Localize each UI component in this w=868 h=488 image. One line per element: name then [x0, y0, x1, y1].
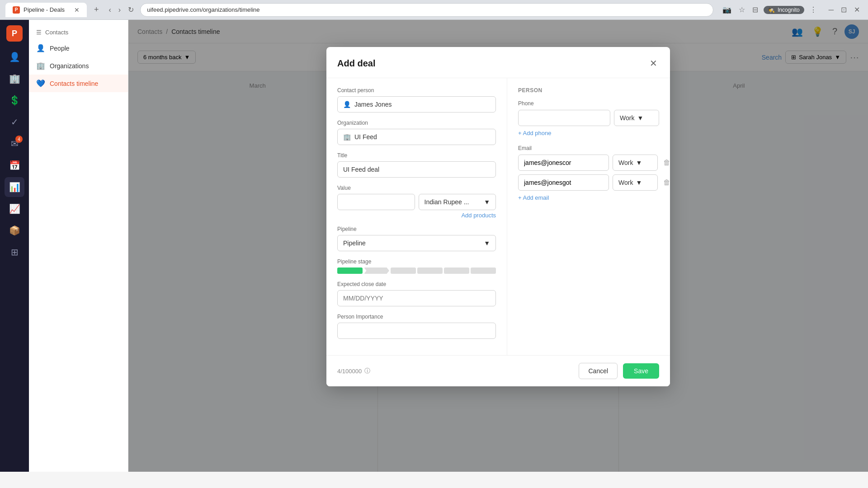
title-group: Title	[337, 152, 496, 178]
calendar-icon: 📅	[9, 160, 20, 171]
save-button[interactable]: Save	[623, 363, 659, 379]
tab-close-icon[interactable]: ✕	[74, 6, 80, 14]
close-date-input[interactable]	[337, 290, 496, 306]
char-count-value: 4/100000	[337, 368, 362, 375]
char-count: 4/100000 ⓘ	[337, 367, 370, 375]
stage-4[interactable]	[417, 267, 443, 274]
contact-person-input[interactable]	[354, 101, 490, 108]
stage-6[interactable]	[471, 267, 496, 274]
email-label: Email	[518, 144, 659, 152]
add-email-link[interactable]: + Add email	[518, 194, 659, 201]
person-icon: 👤	[343, 101, 351, 108]
title-input[interactable]	[337, 161, 496, 178]
email-row-1: Work ▼ 🗑	[518, 155, 659, 171]
timeline-nav-label: Contacts timeline	[50, 80, 98, 87]
browser-tab[interactable]: P Pipeline - Deals ✕	[5, 3, 87, 17]
value-input[interactable]	[337, 194, 415, 210]
organizations-icon: 🏢	[9, 73, 20, 84]
camera-icon[interactable]: 📷	[721, 4, 733, 16]
bookmark-icon[interactable]: ☆	[737, 4, 747, 16]
minimize-button[interactable]: ─	[826, 5, 836, 14]
organization-label: Organization	[337, 120, 496, 126]
pipeline-stage-group: Pipeline stage	[337, 258, 496, 274]
modal-header: Add deal ✕	[326, 47, 670, 78]
pipeline-stages	[337, 267, 496, 274]
email-1-type-label: Work	[618, 159, 633, 166]
add-phone-link[interactable]: + Add phone	[518, 130, 659, 136]
email-1-type-select[interactable]: Work ▼	[613, 155, 658, 171]
mail-badge: 4	[15, 136, 23, 143]
incognito-badge: 🕵 Incognito	[764, 6, 804, 14]
forward-button[interactable]: ›	[116, 4, 123, 16]
app-logo[interactable]: P	[6, 25, 23, 42]
split-view-icon[interactable]: ⊟	[750, 4, 760, 16]
currency-select[interactable]: Indian Rupee ... ▼	[419, 194, 496, 210]
left-nav: ☰ Contacts 👤 People 🏢 Organizations 💙 Co…	[29, 20, 128, 472]
url-text: uifeed.pipedrive.com/organizations/timel…	[147, 6, 259, 13]
new-tab-button[interactable]: +	[90, 5, 103, 14]
email-1-delete-button[interactable]: 🗑	[661, 157, 670, 169]
sidebar-item-contacts[interactable]: 👤	[5, 47, 24, 67]
person-importance-input[interactable]	[337, 323, 496, 339]
tab-favicon: P	[13, 6, 20, 14]
sidebar-item-organizations-nav[interactable]: 🏢 Organizations	[29, 57, 128, 75]
email-2-type-chevron: ▼	[636, 179, 642, 186]
hamburger-icon[interactable]: ☰	[36, 29, 42, 36]
title-label: Title	[337, 152, 496, 159]
contact-person-input-wrapper[interactable]: 👤	[337, 96, 496, 113]
person-importance-group: Person Importance	[337, 314, 496, 339]
back-button[interactable]: ‹	[106, 4, 114, 16]
org-icon: 🏢	[343, 133, 351, 141]
email-2-delete-button[interactable]: 🗑	[661, 177, 670, 188]
organization-input-wrapper[interactable]: 🏢	[337, 129, 496, 145]
email-1-input[interactable]	[518, 155, 609, 171]
close-window-button[interactable]: ✕	[851, 5, 863, 14]
address-bar[interactable]: uifeed.pipedrive.com/organizations/timel…	[140, 3, 713, 17]
close-date-group: Expected close date	[337, 281, 496, 306]
pipeline-value: Pipeline	[343, 239, 366, 247]
phone-label: Phone	[518, 99, 659, 107]
left-nav-header: ☰ Contacts	[29, 25, 128, 39]
sidebar-item-apps[interactable]: ⊞	[5, 242, 24, 262]
stage-5[interactable]	[444, 267, 469, 274]
sidebar-item-calendar[interactable]: 📅	[5, 155, 24, 175]
activities-icon: ✓	[11, 117, 19, 127]
cancel-button[interactable]: Cancel	[579, 363, 618, 379]
products-icon: 📦	[9, 225, 20, 236]
pipeline-group: Pipeline Pipeline ▼	[337, 226, 496, 251]
email-2-input[interactable]	[518, 174, 609, 191]
left-nav-title: Contacts	[45, 29, 68, 36]
value-group: Value Indian Rupee ... ▼ Add products	[337, 185, 496, 219]
people-nav-label: People	[50, 45, 70, 52]
info-icon: ⓘ	[364, 367, 370, 375]
reload-button[interactable]: ↻	[125, 4, 137, 16]
phone-type-select[interactable]: Work ▼	[614, 110, 659, 126]
phone-type-label: Work	[620, 114, 634, 122]
sidebar-item-contacts-timeline[interactable]: 💙 Contacts timeline	[29, 75, 128, 92]
sidebar-item-deals[interactable]: 💲	[5, 90, 24, 110]
modal-close-button[interactable]: ✕	[648, 56, 659, 70]
incognito-label: Incognito	[778, 7, 800, 13]
maximize-button[interactable]: ⊡	[838, 5, 849, 14]
organization-input[interactable]	[354, 133, 490, 141]
reports-icon: 📈	[9, 203, 20, 214]
incognito-icon: 🕵	[768, 7, 775, 13]
currency-chevron-icon: ▼	[484, 198, 490, 206]
sidebar-item-activities[interactable]: ✓	[5, 112, 24, 132]
pipeline-select[interactable]: Pipeline ▼	[337, 235, 496, 251]
stage-1[interactable]	[337, 267, 363, 274]
add-products-link[interactable]: Add products	[337, 212, 496, 219]
email-row-2: Work ▼ 🗑	[518, 174, 659, 191]
sidebar-item-mail[interactable]: ✉ 4	[5, 134, 24, 154]
sidebar-item-products[interactable]: 📦	[5, 221, 24, 240]
email-2-type-select[interactable]: Work ▼	[613, 174, 658, 191]
stage-3[interactable]	[391, 267, 416, 274]
sidebar-item-timeline[interactable]: 📊	[5, 177, 24, 197]
phone-input[interactable]	[518, 110, 610, 126]
currency-label: Indian Rupee ...	[425, 198, 469, 206]
more-options-icon[interactable]: ⋮	[808, 4, 819, 16]
sidebar-item-reports[interactable]: 📈	[5, 199, 24, 219]
sidebar-item-organizations[interactable]: 🏢	[5, 69, 24, 89]
sidebar-item-people[interactable]: 👤 People	[29, 39, 128, 57]
stage-2[interactable]	[364, 267, 389, 274]
